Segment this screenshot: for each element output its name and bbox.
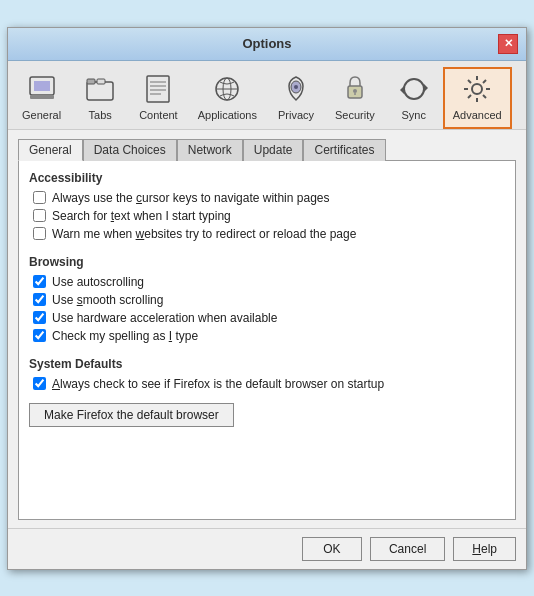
toolbar-label-security: Security	[335, 109, 375, 121]
tab-content-general: Accessibility Always use the cursor keys…	[18, 160, 516, 520]
section-browsing: Browsing Use autoscrolling Use smooth sc…	[29, 255, 505, 343]
label-autoscroll: Use autoscrolling	[52, 275, 144, 289]
toolbar-label-general: General	[22, 109, 61, 121]
tab-certificates[interactable]: Certificates	[303, 139, 385, 161]
checkbox-spell-check[interactable]	[33, 329, 46, 342]
label-default-browser: Always check to see if Firefox is the de…	[52, 377, 384, 391]
toolbar-label-tabs: Tabs	[89, 109, 112, 121]
footer: OK Cancel Help	[8, 528, 526, 569]
svg-point-15	[294, 85, 298, 89]
label-spell-check: Check my spelling as I type	[52, 329, 198, 343]
svg-marker-20	[400, 86, 404, 94]
svg-rect-2	[34, 81, 50, 91]
tab-bar: General Data Choices Network Update Cert…	[18, 138, 516, 160]
toolbar-label-privacy: Privacy	[278, 109, 314, 121]
checkbox-autoscroll[interactable]	[33, 275, 46, 288]
system-defaults-title: System Defaults	[29, 357, 505, 371]
toolbar-label-content: Content	[139, 109, 178, 121]
checkbox-default-browser[interactable]	[33, 377, 46, 390]
content-area: General Data Choices Network Update Cert…	[8, 130, 526, 528]
svg-rect-3	[87, 82, 113, 100]
svg-line-26	[468, 80, 471, 83]
privacy-icon	[280, 73, 312, 105]
toolbar-label-advanced: Advanced	[453, 109, 502, 121]
applications-icon	[211, 73, 243, 105]
general-icon	[26, 73, 58, 105]
checkbox-search-typing[interactable]	[33, 209, 46, 222]
label-smooth-scroll: Use smooth scrolling	[52, 293, 163, 307]
toolbar-item-security[interactable]: Security	[325, 67, 385, 129]
option-smooth-scroll: Use smooth scrolling	[29, 293, 505, 307]
svg-line-28	[483, 80, 486, 83]
label-search-typing: Search for text when I start typing	[52, 209, 231, 223]
tab-general[interactable]: General	[18, 139, 83, 161]
tab-update[interactable]: Update	[243, 139, 304, 161]
option-default-browser: Always check to see if Firefox is the de…	[29, 377, 505, 391]
close-button[interactable]: ✕	[498, 34, 518, 54]
checkbox-smooth-scroll[interactable]	[33, 293, 46, 306]
checkbox-hw-accel[interactable]	[33, 311, 46, 324]
label-warn-redirect: Warn me when websites try to redirect or…	[52, 227, 356, 241]
toolbar-item-general[interactable]: General	[12, 67, 71, 129]
security-icon	[339, 73, 371, 105]
checkbox-cursor-keys[interactable]	[33, 191, 46, 204]
advanced-icon	[461, 73, 493, 105]
browsing-title: Browsing	[29, 255, 505, 269]
ok-button[interactable]: OK	[302, 537, 362, 561]
svg-point-17	[353, 89, 357, 93]
toolbar-label-sync: Sync	[402, 109, 426, 121]
option-spell-check: Check my spelling as I type	[29, 329, 505, 343]
tabs-icon	[84, 73, 116, 105]
option-warn-redirect: Warn me when websites try to redirect or…	[29, 227, 505, 241]
toolbar-item-privacy[interactable]: Privacy	[267, 67, 325, 129]
tab-data-choices[interactable]: Data Choices	[83, 139, 177, 161]
sync-icon	[398, 73, 430, 105]
section-system-defaults: System Defaults Always check to see if F…	[29, 357, 505, 427]
toolbar-item-content[interactable]: Content	[129, 67, 188, 129]
svg-line-29	[468, 95, 471, 98]
toolbar-item-tabs[interactable]: Tabs	[71, 67, 129, 129]
option-autoscroll: Use autoscrolling	[29, 275, 505, 289]
toolbar-label-applications: Applications	[198, 109, 257, 121]
options-dialog: Options ✕ General T	[7, 27, 527, 570]
label-hw-accel: Use hardware acceleration when available	[52, 311, 277, 325]
svg-point-21	[472, 84, 482, 94]
accessibility-title: Accessibility	[29, 171, 505, 185]
checkbox-warn-redirect[interactable]	[33, 227, 46, 240]
make-default-button[interactable]: Make Firefox the default browser	[29, 403, 234, 427]
option-hw-accel: Use hardware acceleration when available	[29, 311, 505, 325]
svg-rect-6	[147, 76, 169, 102]
dialog-title: Options	[36, 36, 498, 51]
section-accessibility: Accessibility Always use the cursor keys…	[29, 171, 505, 241]
title-bar: Options ✕	[8, 28, 526, 61]
svg-line-27	[483, 95, 486, 98]
help-button[interactable]: Help	[453, 537, 516, 561]
toolbar-item-applications[interactable]: Applications	[188, 67, 267, 129]
label-cursor-keys: Always use the cursor keys to navigate w…	[52, 191, 329, 205]
svg-rect-4	[87, 79, 95, 84]
svg-rect-1	[30, 95, 54, 99]
option-cursor-keys: Always use the cursor keys to navigate w…	[29, 191, 505, 205]
toolbar-item-advanced[interactable]: Advanced	[443, 67, 512, 129]
toolbar-item-sync[interactable]: Sync	[385, 67, 443, 129]
option-search-typing: Search for text when I start typing	[29, 209, 505, 223]
cancel-button[interactable]: Cancel	[370, 537, 445, 561]
tab-network[interactable]: Network	[177, 139, 243, 161]
toolbar: General Tabs	[8, 61, 526, 130]
content-icon	[142, 73, 174, 105]
svg-rect-5	[97, 79, 105, 84]
